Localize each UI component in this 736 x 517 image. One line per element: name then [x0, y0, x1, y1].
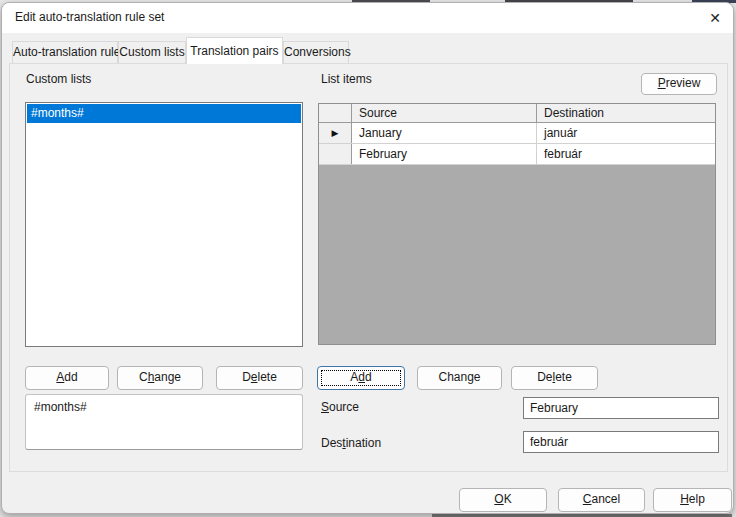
list-item-delete-button[interactable]: Delete	[511, 366, 598, 390]
cell-source[interactable]: February	[352, 144, 537, 164]
custom-list-name-input[interactable]: #months#	[25, 394, 303, 450]
help-button[interactable]: Help	[653, 488, 732, 512]
dialog-title: Edit auto-translation rule set	[15, 10, 164, 24]
tab-conversions[interactable]: Conversions	[283, 41, 349, 63]
tab-translation-pairs[interactable]: Translation pairs	[186, 37, 283, 64]
destination-input[interactable]: február	[523, 431, 719, 453]
table-row[interactable]: February február	[319, 144, 715, 165]
row-selector-cell	[319, 144, 352, 164]
table-row[interactable]: ▶ January január	[319, 123, 715, 144]
list-items-label: List items	[321, 72, 372, 86]
custom-list-change-button[interactable]: Change	[117, 366, 203, 390]
custom-list-add-button[interactable]: Add	[25, 366, 109, 390]
source-input[interactable]: February	[523, 397, 719, 419]
ok-button[interactable]: OK	[459, 488, 547, 512]
cell-destination[interactable]: január	[537, 123, 715, 143]
grid-header-row: Source Destination	[319, 104, 715, 123]
list-items-grid[interactable]: Source Destination ▶ January január Febr…	[318, 103, 716, 345]
cancel-button[interactable]: Cancel	[558, 488, 645, 512]
cell-source[interactable]: January	[352, 123, 537, 143]
source-label: Source	[321, 400, 359, 414]
custom-lists-listbox[interactable]: #months#	[25, 102, 303, 347]
list-item-add-button[interactable]: Add	[317, 366, 405, 390]
current-row-marker-icon: ▶	[319, 123, 352, 143]
list-item[interactable]: #months#	[27, 104, 301, 123]
destination-label: Destination	[321, 436, 381, 450]
preview-button[interactable]: Preview	[641, 73, 717, 95]
grid-header-selector	[319, 104, 352, 122]
title-bar: Edit auto-translation rule set ✕	[2, 3, 733, 33]
tab-custom-lists[interactable]: Custom lists	[118, 41, 186, 63]
grid-header-source[interactable]: Source	[352, 104, 537, 122]
list-item-change-button[interactable]: Change	[417, 366, 502, 390]
custom-list-delete-button[interactable]: Delete	[216, 366, 303, 390]
edit-auto-translation-rule-set-dialog: Edit auto-translation rule set ✕ Auto-tr…	[1, 2, 734, 514]
cell-destination[interactable]: február	[537, 144, 715, 164]
tab-auto-translation-rules[interactable]: Auto-translation rules	[12, 41, 118, 63]
custom-lists-label: Custom lists	[26, 72, 91, 86]
grid-header-destination[interactable]: Destination	[537, 104, 715, 122]
close-icon[interactable]: ✕	[701, 7, 729, 29]
